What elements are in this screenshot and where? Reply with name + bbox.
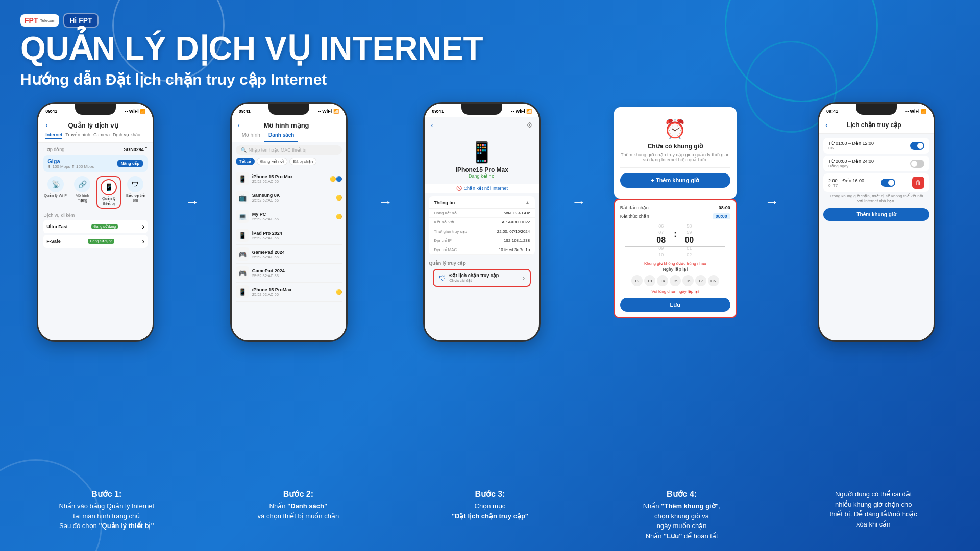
- s3-header: ‹ ⚙: [425, 117, 539, 133]
- s5-slot-2-label: Từ 20:00 – Đến 24:00: [828, 159, 874, 164]
- s4-hour-10: 10: [658, 252, 664, 257]
- s2-filter-connected[interactable]: Đang kết nối: [257, 158, 287, 165]
- s4-day-t7[interactable]: T7: [695, 275, 706, 286]
- s2-device-info-7: iPhone 15 ProMax 25:52:52:AC:56: [252, 287, 292, 297]
- logo-hifpt: Hi FPT: [63, 13, 98, 28]
- s1-icon-network[interactable]: 🔗 Mô hình mạng: [70, 176, 94, 209]
- s3-info-chevron: ▲: [525, 199, 530, 205]
- s2-device-1[interactable]: 📱 iPhone 15 Pro Max 25:52:52:AC:56 🟡🔵: [236, 169, 342, 188]
- s5-toggle-2[interactable]: [910, 160, 924, 168]
- s2-filter-all[interactable]: Tất cả: [236, 158, 255, 165]
- status-time-1: 09:41: [45, 109, 57, 114]
- s1-service-ultrafast-name: Ultra Fast: [46, 224, 68, 229]
- phone-wrapper-2: 09:41 ▪▪ WiFi 📶 ‹ Mô hình mạng Mô hình D…: [209, 102, 370, 342]
- s4-day-t3[interactable]: T3: [644, 275, 655, 286]
- s2-device-7[interactable]: 📱 iPhone 15 ProMax 25:52:52:AC:56 🟡: [236, 283, 342, 302]
- telecom-text: Telecom: [40, 18, 55, 23]
- s4-day-t5[interactable]: T5: [670, 275, 681, 286]
- s2-device-name-6: GamePad 2024: [252, 268, 285, 273]
- s3-access-item[interactable]: 🛡 Đặt lịch chặn truy cập Chưa cài đặt ›: [433, 269, 531, 287]
- s1-icon-wifi[interactable]: 📡 Quản lý Wi-Fi: [43, 176, 68, 209]
- s3-device-name: iPhone15 Pro Max: [456, 166, 508, 173]
- s2-device-list: 📱 iPhone 15 Pro Max 25:52:52:AC:56 🟡🔵 📺 …: [232, 167, 346, 304]
- s2-device-name-5: GamePad 2024: [252, 249, 285, 255]
- s3-block-label: Chặn kết nối Internet: [464, 186, 508, 191]
- step-3-desc: Chọn mục"Đặt lịch chặn truy cập": [399, 501, 581, 521]
- s2-tab-model[interactable]: Mô hình: [238, 132, 264, 142]
- s2-device-name-4: iPad Pro 2024: [252, 231, 282, 236]
- status-time-3: 09:41: [432, 109, 444, 114]
- screen-2: ‹ Mô hình mạng Mô hình Danh sách 🔍 Nhập …: [232, 117, 346, 340]
- s2-device-mac-7: 25:52:52:AC:56: [252, 292, 292, 297]
- s3-settings-icon[interactable]: ⚙: [526, 121, 533, 129]
- s1-service-fsafe[interactable]: F-Safe Đang sử dụng ›: [43, 235, 148, 248]
- s4-hour-09: 09: [658, 246, 664, 251]
- s1-icon-device[interactable]: 📱 Quản lý thiết bị: [96, 176, 121, 209]
- s3-access-title: Quản lý truy cập: [429, 258, 535, 269]
- s5-slot-1-info: Từ 01:00 – Đến 12:00 CN: [828, 141, 874, 151]
- s3-access-name: Đặt lịch chặn truy cập: [449, 273, 499, 278]
- s1-package-name: Giga: [47, 158, 94, 164]
- s5-header: ‹ Lịch chặn truy cập: [819, 117, 934, 134]
- phone-wrapper-4: ⏰ Chưa có khung giờ Thêm khung giờ chặn …: [595, 107, 756, 318]
- s5-toggle-3[interactable]: [881, 179, 895, 187]
- s1-back-icon[interactable]: ‹: [45, 121, 48, 129]
- step-5: Người dùng có thể cài đặtnhiều khung giờ…: [782, 489, 965, 541]
- step-4-desc: Nhấn "Thêm khung giờ",chọn khung giờ vàn…: [591, 501, 773, 541]
- s1-tab-camera[interactable]: Camera: [93, 132, 110, 139]
- s3-info-row-3: Thời gian truy cập 22:00, 07/10/2024: [429, 227, 535, 236]
- s1-contract-label: Hợp đồng:: [43, 147, 66, 152]
- s4-add-btn[interactable]: + Thêm khung giờ: [620, 173, 730, 188]
- s2-device-2[interactable]: 📺 Samsung 8K 25:52:52:AC:56 🟡: [236, 188, 342, 207]
- s1-tab-tv[interactable]: Truyền hình: [65, 132, 90, 139]
- s1-icon-protect[interactable]: 🛡 Bảo vệ trẻ em: [123, 176, 148, 209]
- step-2-desc: Nhấn "Danh sách"và chọn thiết bị muốn ch…: [207, 501, 390, 521]
- s2-tab-list[interactable]: Danh sách: [264, 132, 299, 142]
- s4-day-t4[interactable]: T4: [657, 275, 668, 286]
- s5-add-btn[interactable]: Thêm khung giờ: [823, 208, 929, 221]
- s2-back-icon[interactable]: ‹: [238, 121, 240, 129]
- s1-upgrade-btn[interactable]: Nâng cấp: [117, 160, 144, 167]
- screen-1: ‹ Quản lý dịch vụ Internet Truyền hình C…: [38, 117, 153, 340]
- s5-slot-3: 2:00 – Đến 16:00 0, T7 🗑: [823, 173, 929, 192]
- s5-toggle-dot-1: [917, 143, 923, 149]
- s1-tab-other[interactable]: Dịch vụ khác: [113, 132, 140, 139]
- s2-device-4[interactable]: 📱 iPad Pro 2024 25:52:52:AC:56: [236, 226, 342, 245]
- s3-back-icon[interactable]: ‹: [431, 121, 433, 129]
- phone-notch-1: [75, 104, 116, 115]
- s1-tab-internet[interactable]: Internet: [45, 132, 62, 139]
- s2-search-bar[interactable]: 🔍 Nhập tên hoặc MAC thiết bị: [236, 145, 342, 155]
- arrow-2-3: →: [378, 194, 393, 210]
- s4-save-btn[interactable]: Lưu: [620, 298, 730, 312]
- s2-device-3[interactable]: 💻 My PC 25:52:52:AC:56 🟡: [236, 207, 342, 226]
- s3-info-val-1: Wi-Fi 2.4 GHz: [504, 211, 530, 215]
- s2-device-6[interactable]: 🎮 GamePad 2024 25:52:52:AC:56: [236, 264, 342, 283]
- s4-overlap-error: Khung giờ không được trùng nhau: [620, 261, 730, 266]
- s2-device-5[interactable]: 🎮 GamePad 2024 25:52:52:AC:56: [236, 245, 342, 264]
- s5-delete-btn-3[interactable]: 🗑: [912, 177, 924, 189]
- s1-tabs: Internet Truyền hình Camera Dịch vụ khác: [45, 132, 145, 139]
- s4-empty-sub: Thêm khung giờ chặn truy cập giúp quản l…: [620, 152, 730, 162]
- s2-filter-blocked[interactable]: Đã bị chặn: [289, 158, 316, 165]
- steps-container: Bước 1: Nhấn vào bảng Quản lý Internettạ…: [15, 489, 965, 541]
- s4-day-t6[interactable]: T6: [682, 275, 694, 286]
- s4-day-cn[interactable]: CN: [708, 275, 719, 286]
- s3-info-header: Thông tin ▲: [429, 196, 535, 209]
- s1-service-fsafe-badge: Đang sử dụng: [88, 239, 114, 244]
- s2-device-mac-1: 25:52:52:AC:56: [252, 179, 293, 184]
- s1-service-ultrafast[interactable]: Ultra Fast Đang sử dụng ›: [43, 220, 148, 233]
- s5-toggle-1[interactable]: [910, 142, 924, 150]
- s4-day-t2[interactable]: T2: [631, 275, 643, 286]
- s5-back-icon[interactable]: ‹: [825, 121, 828, 129]
- s3-info-val-4: 192.168.1.238: [504, 238, 530, 243]
- phone-frame-3: 09:41 ▪▪ WiFi 📶 ‹ ⚙ 📱 iPhone15 Pro Max Đ…: [423, 102, 541, 342]
- s2-tabs: Mô hình Danh sách: [238, 132, 340, 142]
- s2-filter-row: Tất cả Đang kết nối Đã bị chặn: [232, 158, 346, 167]
- s1-icon-device-label: Quản lý thiết bị: [100, 196, 118, 206]
- phone-wrapper-3: 09:41 ▪▪ WiFi 📶 ‹ ⚙ 📱 iPhone15 Pro Max Đ…: [402, 102, 562, 342]
- s3-action-row[interactable]: 🚫 Chặn kết nối Internet: [425, 184, 539, 193]
- s1-icons-grid: 📡 Quản lý Wi-Fi 🔗 Mô hình mạng 📱 Quản lý…: [43, 176, 148, 209]
- sub-title: Hướng dẫn Đặt lịch chặn truy cập Interne…: [20, 70, 483, 88]
- s2-device-status-1: 🟡🔵: [330, 176, 342, 182]
- s2-search-placeholder: Nhập tên hoặc MAC thiết bị: [249, 147, 307, 153]
